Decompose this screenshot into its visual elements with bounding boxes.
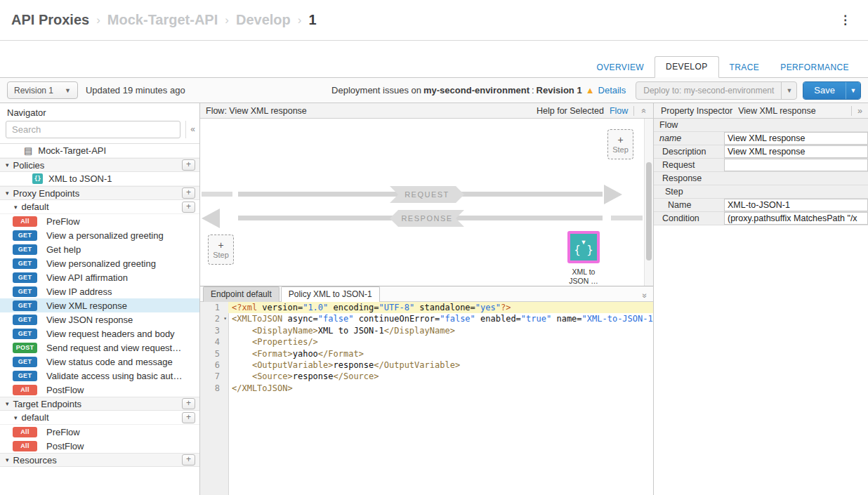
inspector-field-value[interactable]: View XML response [724,132,868,145]
page-tabs: OVERVIEWDEVELOPTRACEPERFORMANCE [0,41,868,78]
code-line[interactable]: 2▾<XMLToJSON async="false" continueOnErr… [200,313,653,324]
sidebar-item-view-xml-response[interactable]: GETView XML response [0,298,199,312]
inspector-row-description: DescriptionView XML response [654,145,868,159]
scrollbar-thumb[interactable] [646,162,652,260]
code-line[interactable]: 1<?xml version="1.0" encoding="UTF-8" st… [200,302,653,313]
add-button[interactable]: + [182,454,195,466]
sidebar-item-xml-to-json-1[interactable]: {}XML to JSON-1 [0,172,199,186]
sidebar-item-view-status-code-and-message[interactable]: GETView status code and message [0,355,199,369]
inspector-field-value[interactable] [724,159,868,171]
tab-trace[interactable]: TRACE [719,58,770,78]
caret-down-icon[interactable]: ▾ [6,190,9,197]
inspector-field-value[interactable]: View XML response [724,145,868,158]
caret-down-icon[interactable]: ▾ [6,400,9,407]
sidebar-item-default[interactable]: ▾default+ [0,200,199,214]
add-button[interactable]: + [182,398,195,409]
plus-icon: + [617,135,623,145]
sidebar-item-proxy-endpoints[interactable]: ▾Proxy Endpoints+ [0,186,199,200]
editor-tab-endpoint-default[interactable]: Endpoint default [203,286,280,302]
code-text: <OutputVariable>response</OutputVariable… [228,359,653,371]
sidebar-item-label: View XML response [46,301,127,311]
sidebar-item-view-a-personalized-greeting[interactable]: GETView a personalized greeting [0,228,199,242]
deployment-text: Deployment issues on [331,85,421,95]
breadcrumb-section: Develop [236,12,291,28]
kebab-menu-icon[interactable]: ⋮ [834,11,857,29]
sidebar-item-label: View IP address [46,286,112,297]
deploy-to-selector[interactable]: Deploy to: my-second-environment ▼ [636,81,797,100]
deploy-to-label: Deploy to: my-second-environment [636,82,781,99]
details-link[interactable]: Details [598,85,626,95]
code-line[interactable]: 8</XMLToJSON> [200,383,653,394]
flow-header: Flow: View XML response Help for Selecte… [200,103,653,119]
sidebar-item-view-request-headers-and-body[interactable]: GETView request headers and body [0,326,199,341]
collapse-editor-icon[interactable]: » [643,289,647,301]
sidebar-item-postflow[interactable]: AllPostFlow [0,383,199,397]
chevron-down-icon: ▼ [65,87,71,94]
code-line[interactable]: 6 <OutputVariable>response</OutputVariab… [200,359,653,371]
caret-down-icon[interactable]: ▾ [6,161,9,169]
tab-overview[interactable]: OVERVIEW [586,58,655,78]
breadcrumb-api-proxies[interactable]: API Proxies [11,12,89,28]
caret-down-icon[interactable]: ▾ [6,456,9,463]
sidebar-item-label: Validate access using basic aut… [46,371,182,381]
fold-caret-icon[interactable]: ▾ [223,313,227,324]
expand-panel-icon[interactable]: » [851,106,868,116]
add-button[interactable]: + [182,159,195,171]
sidebar-item-resources[interactable]: ▾Resources+ [0,453,199,467]
code-line[interactable]: 4 <Properties/> [200,336,653,348]
deployment-colon: : [532,85,534,95]
caret-down-icon[interactable]: ▾ [14,204,18,211]
inspector-field-value[interactable]: XML-to-JSON-1 [724,199,868,211]
collapse-flow-icon[interactable]: » [633,106,647,116]
sidebar-item-get-help[interactable]: GETGet help [0,242,199,256]
sidebar-item-mock-target-api[interactable]: ▤Mock-Target-API [0,144,199,158]
sidebar-item-validate-access-using-basic-aut[interactable]: GETValidate access using basic aut… [0,369,199,383]
sidebar-item-preflow[interactable]: AllPreFlow [0,425,199,439]
collapse-panel-icon[interactable]: « [185,121,199,138]
sidebar-item-view-personalized-greeting[interactable]: GETView personalized greeting [0,256,199,270]
tab-develop[interactable]: DEVELOP [655,56,719,78]
sidebar-item-target-endpoints[interactable]: ▾Target Endpoints+ [0,397,199,411]
sidebar-item-policies[interactable]: ▾Policies+ [0,158,199,172]
xml-code-editor[interactable]: 1<?xml version="1.0" encoding="UTF-8" st… [200,302,653,495]
save-button[interactable]: Save [803,82,846,99]
help-flow-link[interactable]: Flow [610,106,628,116]
sidebar-item-send-request-and-view-request[interactable]: POSTSend request and view request… [0,341,199,355]
add-button[interactable]: + [182,412,195,423]
add-step-button-request[interactable]: + Step [607,129,633,159]
xml-to-json-policy-node[interactable]: ▼ { } [567,231,600,263]
sidebar-item-preflow[interactable]: AllPreFlow [0,214,199,228]
sidebar-item-view-json-response[interactable]: GETView JSON response [0,312,199,326]
add-step-button-response[interactable]: + Step [208,235,234,265]
sidebar-item-label: PreFlow [46,427,80,437]
tab-performance[interactable]: PERFORMANCE [770,58,860,78]
caret-down-icon[interactable]: ▾ [14,414,18,421]
sidebar-item-default[interactable]: ▾default+ [0,411,199,425]
method-badge: GET [13,244,37,255]
response-lane-stub [611,216,643,220]
line-number: 1 [200,302,228,313]
add-button[interactable]: + [182,202,195,213]
inspector-field-value[interactable]: (proxy.pathsuffix MatchesPath "/x [724,212,868,225]
request-banner: REQUEST [390,186,464,203]
sidebar-item-label: PreFlow [46,216,80,227]
add-button[interactable]: + [182,187,195,199]
editor-tab-policy-xml-to-json-1[interactable]: Policy XML to JSON-1 [281,286,380,302]
code-editor-panel: Endpoint defaultPolicy XML to JSON-1» 1<… [200,286,653,495]
code-line[interactable]: 7 <Source>response</Source> [200,371,653,382]
revision-selector[interactable]: Revision 1 ▼ [7,81,78,99]
save-dropdown-arrow[interactable]: ▼ [846,82,860,99]
chevron-down-icon: ▼ [781,82,796,99]
code-line[interactable]: 5 <Format>yahoo</Format> [200,348,653,359]
breadcrumb-separator: › [298,13,302,27]
flow-and-editor-panel: Flow: View XML response Help for Selecte… [200,103,653,495]
code-line[interactable]: 3 <DisplayName>XML to JSON-1</DisplayNam… [200,325,653,336]
flow-canvas-scrollbar[interactable] [644,119,653,286]
sidebar-item-postflow[interactable]: AllPostFlow [0,439,199,453]
policy-node-label: XML to JSON … [558,268,610,286]
search-input[interactable] [6,121,180,138]
line-number: 3 [200,325,228,336]
sidebar-item-view-ip-address[interactable]: GETView IP address [0,284,199,298]
sidebar-item-label: View personalized greeting [46,258,156,269]
sidebar-item-view-api-affirmation[interactable]: GETView API affirmation [0,270,199,284]
